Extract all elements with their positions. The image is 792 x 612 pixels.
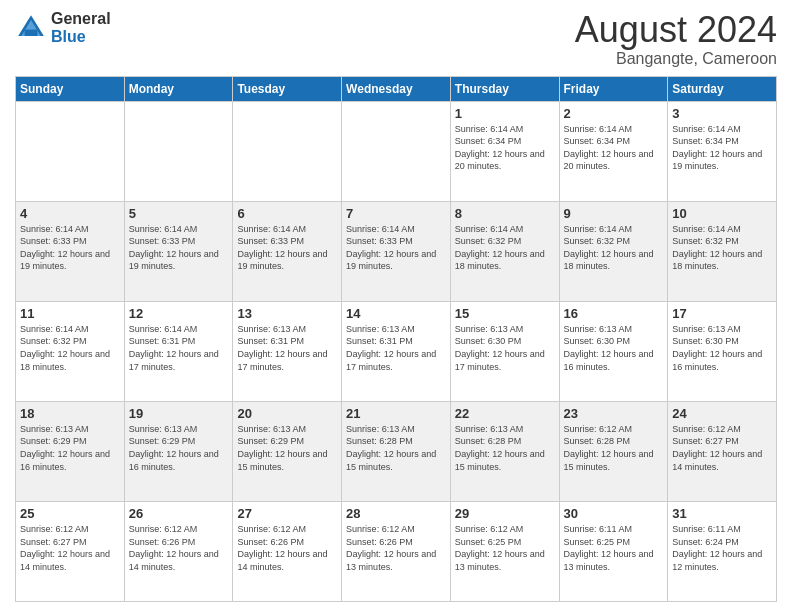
day-number: 27	[237, 506, 337, 521]
table-row	[124, 101, 233, 201]
day-info: Sunrise: 6:11 AM Sunset: 6:25 PM Dayligh…	[564, 523, 664, 573]
col-tuesday: Tuesday	[233, 76, 342, 101]
day-number: 25	[20, 506, 120, 521]
day-info: Sunrise: 6:13 AM Sunset: 6:29 PM Dayligh…	[237, 423, 337, 473]
day-number: 16	[564, 306, 664, 321]
calendar-week-row: 18Sunrise: 6:13 AM Sunset: 6:29 PM Dayli…	[16, 401, 777, 501]
table-row: 22Sunrise: 6:13 AM Sunset: 6:28 PM Dayli…	[450, 401, 559, 501]
table-row: 26Sunrise: 6:12 AM Sunset: 6:26 PM Dayli…	[124, 501, 233, 601]
table-row	[233, 101, 342, 201]
table-row: 20Sunrise: 6:13 AM Sunset: 6:29 PM Dayli…	[233, 401, 342, 501]
table-row: 27Sunrise: 6:12 AM Sunset: 6:26 PM Dayli…	[233, 501, 342, 601]
table-row: 17Sunrise: 6:13 AM Sunset: 6:30 PM Dayli…	[668, 301, 777, 401]
logo: General Blue	[15, 10, 111, 45]
table-row: 12Sunrise: 6:14 AM Sunset: 6:31 PM Dayli…	[124, 301, 233, 401]
table-row: 5Sunrise: 6:14 AM Sunset: 6:33 PM Daylig…	[124, 201, 233, 301]
day-number: 30	[564, 506, 664, 521]
day-info: Sunrise: 6:13 AM Sunset: 6:31 PM Dayligh…	[346, 323, 446, 373]
day-number: 12	[129, 306, 229, 321]
day-info: Sunrise: 6:11 AM Sunset: 6:24 PM Dayligh…	[672, 523, 772, 573]
table-row: 25Sunrise: 6:12 AM Sunset: 6:27 PM Dayli…	[16, 501, 125, 601]
day-number: 13	[237, 306, 337, 321]
day-info: Sunrise: 6:12 AM Sunset: 6:26 PM Dayligh…	[129, 523, 229, 573]
day-number: 3	[672, 106, 772, 121]
day-number: 21	[346, 406, 446, 421]
day-info: Sunrise: 6:14 AM Sunset: 6:34 PM Dayligh…	[564, 123, 664, 173]
table-row: 8Sunrise: 6:14 AM Sunset: 6:32 PM Daylig…	[450, 201, 559, 301]
table-row: 2Sunrise: 6:14 AM Sunset: 6:34 PM Daylig…	[559, 101, 668, 201]
day-info: Sunrise: 6:13 AM Sunset: 6:30 PM Dayligh…	[455, 323, 555, 373]
day-number: 8	[455, 206, 555, 221]
calendar-table: Sunday Monday Tuesday Wednesday Thursday…	[15, 76, 777, 602]
table-row: 19Sunrise: 6:13 AM Sunset: 6:29 PM Dayli…	[124, 401, 233, 501]
table-row: 4Sunrise: 6:14 AM Sunset: 6:33 PM Daylig…	[16, 201, 125, 301]
day-number: 9	[564, 206, 664, 221]
title-section: August 2024 Bangangte, Cameroon	[575, 10, 777, 68]
header: General Blue August 2024 Bangangte, Came…	[15, 10, 777, 68]
day-number: 28	[346, 506, 446, 521]
day-number: 14	[346, 306, 446, 321]
day-info: Sunrise: 6:12 AM Sunset: 6:25 PM Dayligh…	[455, 523, 555, 573]
svg-rect-2	[25, 29, 38, 35]
day-info: Sunrise: 6:14 AM Sunset: 6:34 PM Dayligh…	[672, 123, 772, 173]
main-title: August 2024	[575, 10, 777, 50]
day-info: Sunrise: 6:12 AM Sunset: 6:28 PM Dayligh…	[564, 423, 664, 473]
day-info: Sunrise: 6:14 AM Sunset: 6:33 PM Dayligh…	[346, 223, 446, 273]
day-number: 18	[20, 406, 120, 421]
calendar-week-row: 25Sunrise: 6:12 AM Sunset: 6:27 PM Dayli…	[16, 501, 777, 601]
day-number: 19	[129, 406, 229, 421]
table-row: 21Sunrise: 6:13 AM Sunset: 6:28 PM Dayli…	[342, 401, 451, 501]
table-row: 7Sunrise: 6:14 AM Sunset: 6:33 PM Daylig…	[342, 201, 451, 301]
logo-general-text: General	[51, 10, 111, 28]
day-info: Sunrise: 6:13 AM Sunset: 6:30 PM Dayligh…	[564, 323, 664, 373]
day-number: 24	[672, 406, 772, 421]
day-number: 5	[129, 206, 229, 221]
day-number: 10	[672, 206, 772, 221]
day-info: Sunrise: 6:12 AM Sunset: 6:26 PM Dayligh…	[346, 523, 446, 573]
table-row	[342, 101, 451, 201]
table-row: 6Sunrise: 6:14 AM Sunset: 6:33 PM Daylig…	[233, 201, 342, 301]
table-row: 30Sunrise: 6:11 AM Sunset: 6:25 PM Dayli…	[559, 501, 668, 601]
day-info: Sunrise: 6:12 AM Sunset: 6:27 PM Dayligh…	[20, 523, 120, 573]
table-row: 23Sunrise: 6:12 AM Sunset: 6:28 PM Dayli…	[559, 401, 668, 501]
day-info: Sunrise: 6:13 AM Sunset: 6:31 PM Dayligh…	[237, 323, 337, 373]
logo-blue-text: Blue	[51, 28, 111, 46]
logo-icon	[15, 12, 47, 44]
day-number: 26	[129, 506, 229, 521]
day-info: Sunrise: 6:12 AM Sunset: 6:27 PM Dayligh…	[672, 423, 772, 473]
day-info: Sunrise: 6:14 AM Sunset: 6:33 PM Dayligh…	[129, 223, 229, 273]
day-info: Sunrise: 6:13 AM Sunset: 6:30 PM Dayligh…	[672, 323, 772, 373]
day-number: 1	[455, 106, 555, 121]
day-info: Sunrise: 6:13 AM Sunset: 6:28 PM Dayligh…	[346, 423, 446, 473]
day-info: Sunrise: 6:14 AM Sunset: 6:33 PM Dayligh…	[20, 223, 120, 273]
day-info: Sunrise: 6:14 AM Sunset: 6:33 PM Dayligh…	[237, 223, 337, 273]
table-row: 9Sunrise: 6:14 AM Sunset: 6:32 PM Daylig…	[559, 201, 668, 301]
day-info: Sunrise: 6:14 AM Sunset: 6:32 PM Dayligh…	[20, 323, 120, 373]
calendar-week-row: 11Sunrise: 6:14 AM Sunset: 6:32 PM Dayli…	[16, 301, 777, 401]
table-row: 24Sunrise: 6:12 AM Sunset: 6:27 PM Dayli…	[668, 401, 777, 501]
table-row: 1Sunrise: 6:14 AM Sunset: 6:34 PM Daylig…	[450, 101, 559, 201]
day-info: Sunrise: 6:13 AM Sunset: 6:29 PM Dayligh…	[20, 423, 120, 473]
day-number: 22	[455, 406, 555, 421]
day-number: 20	[237, 406, 337, 421]
col-sunday: Sunday	[16, 76, 125, 101]
day-info: Sunrise: 6:13 AM Sunset: 6:29 PM Dayligh…	[129, 423, 229, 473]
day-info: Sunrise: 6:12 AM Sunset: 6:26 PM Dayligh…	[237, 523, 337, 573]
table-row: 15Sunrise: 6:13 AM Sunset: 6:30 PM Dayli…	[450, 301, 559, 401]
col-saturday: Saturday	[668, 76, 777, 101]
day-number: 4	[20, 206, 120, 221]
day-number: 7	[346, 206, 446, 221]
day-number: 17	[672, 306, 772, 321]
day-number: 29	[455, 506, 555, 521]
table-row: 16Sunrise: 6:13 AM Sunset: 6:30 PM Dayli…	[559, 301, 668, 401]
table-row: 31Sunrise: 6:11 AM Sunset: 6:24 PM Dayli…	[668, 501, 777, 601]
day-number: 11	[20, 306, 120, 321]
table-row: 29Sunrise: 6:12 AM Sunset: 6:25 PM Dayli…	[450, 501, 559, 601]
calendar-week-row: 4Sunrise: 6:14 AM Sunset: 6:33 PM Daylig…	[16, 201, 777, 301]
calendar-header-row: Sunday Monday Tuesday Wednesday Thursday…	[16, 76, 777, 101]
day-number: 2	[564, 106, 664, 121]
col-wednesday: Wednesday	[342, 76, 451, 101]
day-info: Sunrise: 6:13 AM Sunset: 6:28 PM Dayligh…	[455, 423, 555, 473]
table-row: 11Sunrise: 6:14 AM Sunset: 6:32 PM Dayli…	[16, 301, 125, 401]
col-monday: Monday	[124, 76, 233, 101]
